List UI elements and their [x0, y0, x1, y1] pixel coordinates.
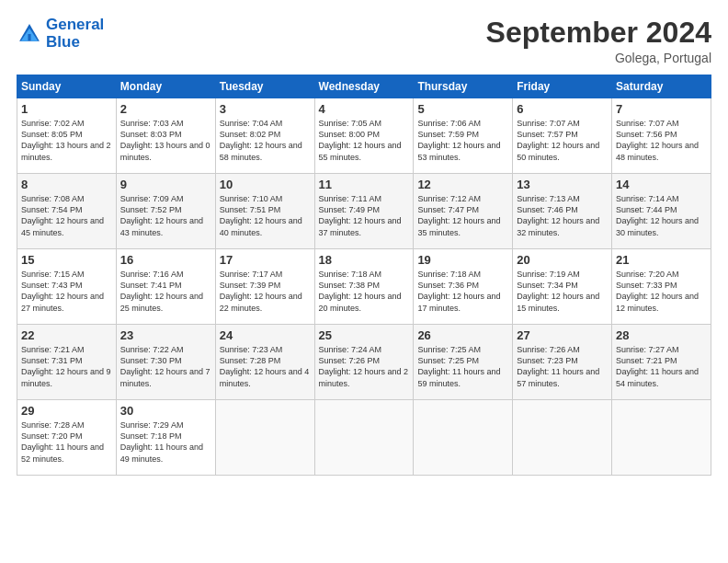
weekday-header-monday: Monday	[116, 75, 215, 98]
cell-details: Sunrise: 7:28 AMSunset: 7:20 PMDaylight:…	[21, 419, 112, 465]
day-number: 2	[120, 102, 211, 116]
day-number: 6	[517, 102, 608, 116]
calendar-cell: 30Sunrise: 7:29 AMSunset: 7:18 PMDayligh…	[116, 400, 215, 476]
day-number: 9	[120, 178, 211, 191]
day-number: 11	[319, 178, 410, 191]
day-number: 23	[120, 328, 211, 342]
calendar-cell: 3Sunrise: 7:04 AMSunset: 8:02 PMDaylight…	[215, 98, 314, 174]
calendar-cell: 29Sunrise: 7:28 AMSunset: 7:20 PMDayligh…	[17, 400, 117, 476]
calendar-cell: 28Sunrise: 7:27 AMSunset: 7:21 PMDayligh…	[612, 325, 711, 400]
day-number: 30	[120, 404, 211, 418]
calendar-cell	[513, 400, 612, 476]
calendar-header: SundayMondayTuesdayWednesdayThursdayFrid…	[17, 75, 711, 98]
cell-details: Sunrise: 7:02 AMSunset: 8:05 PMDaylight:…	[21, 118, 112, 163]
calendar-cell: 15Sunrise: 7:15 AMSunset: 7:43 PMDayligh…	[17, 249, 117, 325]
calendar-table: SundayMondayTuesdayWednesdayThursdayFrid…	[17, 75, 711, 476]
cell-details: Sunrise: 7:15 AMSunset: 7:43 PMDaylight:…	[21, 269, 112, 314]
day-number: 8	[21, 178, 112, 191]
calendar-cell: 5Sunrise: 7:06 AMSunset: 7:59 PMDaylight…	[414, 98, 513, 174]
calendar-cell: 20Sunrise: 7:19 AMSunset: 7:34 PMDayligh…	[513, 249, 612, 325]
day-number: 15	[21, 253, 112, 267]
day-number: 14	[616, 178, 707, 191]
calendar-cell: 16Sunrise: 7:16 AMSunset: 7:41 PMDayligh…	[116, 249, 215, 325]
calendar-cell: 1Sunrise: 7:02 AMSunset: 8:05 PMDaylight…	[17, 98, 117, 174]
calendar-cell: 26Sunrise: 7:25 AMSunset: 7:25 PMDayligh…	[414, 325, 513, 400]
cell-details: Sunrise: 7:14 AMSunset: 7:44 PMDaylight:…	[616, 193, 707, 238]
day-number: 26	[417, 328, 508, 342]
day-number: 12	[417, 178, 508, 191]
calendar-week-5: 29Sunrise: 7:28 AMSunset: 7:20 PMDayligh…	[17, 400, 711, 476]
page: General Blue September 2024 Golega, Port…	[0, 0, 728, 563]
day-number: 1	[21, 102, 112, 116]
calendar-cell: 14Sunrise: 7:14 AMSunset: 7:44 PMDayligh…	[612, 174, 711, 249]
calendar-cell: 2Sunrise: 7:03 AMSunset: 8:03 PMDaylight…	[116, 98, 215, 174]
calendar-cell: 11Sunrise: 7:11 AMSunset: 7:49 PMDayligh…	[314, 174, 414, 249]
cell-details: Sunrise: 7:21 AMSunset: 7:31 PMDaylight:…	[21, 344, 112, 389]
weekday-header-wednesday: Wednesday	[314, 75, 414, 98]
cell-details: Sunrise: 7:22 AMSunset: 7:30 PMDaylight:…	[120, 344, 211, 389]
weekday-header-row: SundayMondayTuesdayWednesdayThursdayFrid…	[17, 75, 711, 98]
logo: General Blue	[17, 17, 104, 51]
cell-details: Sunrise: 7:29 AMSunset: 7:18 PMDaylight:…	[120, 419, 211, 465]
calendar-cell	[612, 400, 711, 476]
calendar-cell: 19Sunrise: 7:18 AMSunset: 7:36 PMDayligh…	[414, 249, 513, 325]
day-number: 27	[517, 328, 608, 342]
day-number: 13	[517, 178, 608, 191]
day-number: 28	[616, 328, 707, 342]
calendar-body: 1Sunrise: 7:02 AMSunset: 8:05 PMDaylight…	[17, 98, 711, 476]
header: General Blue September 2024 Golega, Port…	[17, 17, 711, 65]
cell-details: Sunrise: 7:23 AMSunset: 7:28 PMDaylight:…	[220, 344, 311, 389]
calendar-cell: 24Sunrise: 7:23 AMSunset: 7:28 PMDayligh…	[215, 325, 314, 400]
cell-details: Sunrise: 7:04 AMSunset: 8:02 PMDaylight:…	[220, 118, 311, 163]
cell-details: Sunrise: 7:11 AMSunset: 7:49 PMDaylight:…	[319, 193, 410, 238]
cell-details: Sunrise: 7:26 AMSunset: 7:23 PMDaylight:…	[517, 344, 608, 389]
calendar-cell: 4Sunrise: 7:05 AMSunset: 8:00 PMDaylight…	[314, 98, 414, 174]
weekday-header-friday: Friday	[513, 75, 612, 98]
location: Golega, Portugal	[486, 51, 711, 65]
calendar-cell: 6Sunrise: 7:07 AMSunset: 7:57 PMDaylight…	[513, 98, 612, 174]
cell-details: Sunrise: 7:18 AMSunset: 7:38 PMDaylight:…	[319, 269, 410, 314]
logo-icon	[17, 21, 42, 47]
calendar-cell	[314, 400, 414, 476]
logo-text: General Blue	[46, 17, 104, 51]
day-number: 7	[616, 102, 707, 116]
cell-details: Sunrise: 7:08 AMSunset: 7:54 PMDaylight:…	[21, 193, 112, 238]
weekday-header-saturday: Saturday	[612, 75, 711, 98]
calendar-cell	[414, 400, 513, 476]
calendar-week-2: 8Sunrise: 7:08 AMSunset: 7:54 PMDaylight…	[17, 174, 711, 249]
day-number: 4	[319, 102, 410, 116]
cell-details: Sunrise: 7:27 AMSunset: 7:21 PMDaylight:…	[616, 344, 707, 389]
day-number: 19	[417, 253, 508, 267]
calendar-cell: 17Sunrise: 7:17 AMSunset: 7:39 PMDayligh…	[215, 249, 314, 325]
day-number: 16	[120, 253, 211, 267]
calendar-cell: 22Sunrise: 7:21 AMSunset: 7:31 PMDayligh…	[17, 325, 117, 400]
calendar-cell	[215, 400, 314, 476]
cell-details: Sunrise: 7:20 AMSunset: 7:33 PMDaylight:…	[616, 269, 707, 314]
month-year: September 2024	[486, 17, 711, 49]
logo-blue: Blue	[46, 33, 80, 51]
weekday-header-tuesday: Tuesday	[215, 75, 314, 98]
day-number: 29	[21, 404, 112, 418]
cell-details: Sunrise: 7:07 AMSunset: 7:56 PMDaylight:…	[616, 118, 707, 163]
calendar-cell: 13Sunrise: 7:13 AMSunset: 7:46 PMDayligh…	[513, 174, 612, 249]
calendar-week-4: 22Sunrise: 7:21 AMSunset: 7:31 PMDayligh…	[17, 325, 711, 400]
cell-details: Sunrise: 7:13 AMSunset: 7:46 PMDaylight:…	[517, 193, 608, 238]
cell-details: Sunrise: 7:07 AMSunset: 7:57 PMDaylight:…	[517, 118, 608, 163]
day-number: 17	[220, 253, 311, 267]
day-number: 3	[220, 102, 311, 116]
calendar-cell: 25Sunrise: 7:24 AMSunset: 7:26 PMDayligh…	[314, 325, 414, 400]
cell-details: Sunrise: 7:16 AMSunset: 7:41 PMDaylight:…	[120, 269, 211, 314]
logo-general: General	[46, 16, 104, 33]
day-number: 25	[319, 328, 410, 342]
day-number: 20	[517, 253, 608, 267]
weekday-header-sunday: Sunday	[17, 75, 117, 98]
day-number: 24	[220, 328, 311, 342]
calendar-cell: 21Sunrise: 7:20 AMSunset: 7:33 PMDayligh…	[612, 249, 711, 325]
calendar-week-3: 15Sunrise: 7:15 AMSunset: 7:43 PMDayligh…	[17, 249, 711, 325]
calendar-cell: 12Sunrise: 7:12 AMSunset: 7:47 PMDayligh…	[414, 174, 513, 249]
calendar-cell: 9Sunrise: 7:09 AMSunset: 7:52 PMDaylight…	[116, 174, 215, 249]
weekday-header-thursday: Thursday	[414, 75, 513, 98]
calendar-week-1: 1Sunrise: 7:02 AMSunset: 8:05 PMDaylight…	[17, 98, 711, 174]
calendar-cell: 18Sunrise: 7:18 AMSunset: 7:38 PMDayligh…	[314, 249, 414, 325]
cell-details: Sunrise: 7:12 AMSunset: 7:47 PMDaylight:…	[417, 193, 508, 238]
